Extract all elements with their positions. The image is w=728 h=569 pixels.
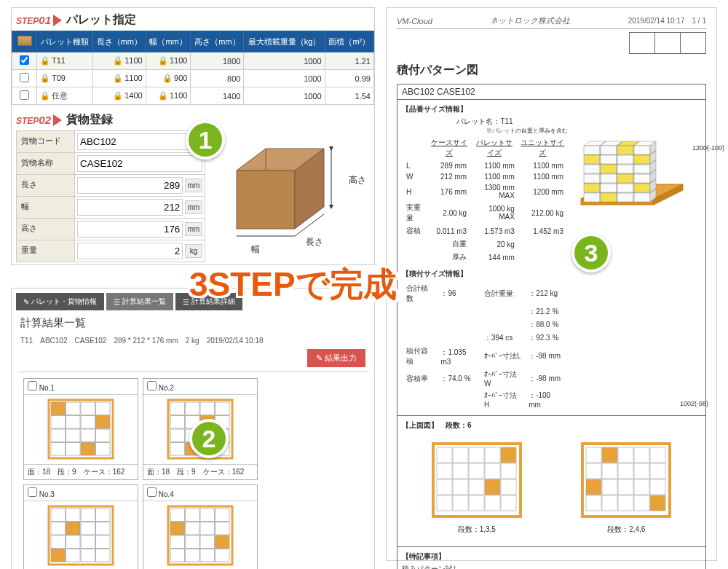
svg-rect-43: [51, 509, 66, 522]
result-checkbox[interactable]: [147, 381, 157, 391]
doc-app: VM-Cloud: [397, 17, 432, 25]
output-button[interactable]: ✎ 結果出力: [307, 349, 365, 367]
cargo-form: 貨物コード 貨物名称 長さmm 幅mm 高さmm 重量kg: [16, 130, 205, 262]
svg-rect-217: [586, 479, 601, 495]
svg-rect-135: [634, 184, 650, 192]
topview-1-label: 段数：1,3,5: [430, 525, 524, 535]
svg-rect-159: [634, 165, 650, 173]
pallet-checkbox[interactable]: [20, 55, 29, 65]
result-card[interactable]: No.1 面：18 段：9 ケース：162: [23, 378, 138, 480]
load-table: 合計積数：96合計重量：212 kg：21.2 %：88.0 %：394 cs：…: [402, 281, 568, 411]
svg-rect-222: [586, 495, 601, 511]
svg-rect-197: [453, 479, 468, 495]
svg-rect-54: [96, 535, 111, 549]
doc-stamp-boxes: [630, 32, 706, 54]
pallet-checkbox[interactable]: [20, 73, 29, 82]
svg-rect-123: [634, 193, 650, 202]
svg-rect-180: [617, 146, 633, 154]
col-width: 幅（mm）: [146, 31, 191, 52]
svg-rect-212: [586, 463, 601, 479]
step-badge-1: 1: [186, 120, 225, 160]
result-header: No.4: [143, 485, 257, 501]
svg-rect-171: [634, 155, 650, 164]
tab-result-list[interactable]: ☰計算結果一覧: [106, 293, 173, 310]
svg-rect-55: [51, 549, 66, 562]
svg-rect-50: [96, 522, 111, 535]
svg-rect-174: [584, 146, 600, 154]
pallet-row[interactable]: 🔒任意 🔒1400🔒1100 140010001.54: [12, 87, 374, 105]
svg-rect-51: [51, 535, 66, 549]
pallet-checkbox[interactable]: [20, 90, 29, 100]
svg-marker-1: [237, 170, 295, 229]
svg-rect-73: [186, 549, 200, 562]
svg-rect-65: [186, 522, 200, 535]
cargo-width-input[interactable]: [77, 199, 183, 216]
cargo-code-input[interactable]: [77, 133, 202, 150]
cargo-length-input[interactable]: [77, 177, 183, 194]
lock-icon: 🔒: [40, 91, 50, 100]
svg-rect-200: [501, 479, 516, 495]
svg-rect-10: [66, 402, 81, 415]
svg-rect-18: [66, 429, 81, 442]
result-card[interactable]: No.4 面：18 段：9 ケース：162: [143, 484, 258, 569]
svg-rect-13: [51, 416, 66, 429]
svg-rect-177: [601, 146, 617, 154]
result-header: No.2: [143, 379, 257, 395]
svg-rect-199: [485, 479, 500, 495]
svg-rect-114: [584, 193, 600, 202]
tab-pallet-info[interactable]: ✎パレット・貨物情報: [16, 293, 104, 310]
svg-rect-209: [618, 447, 633, 463]
cargo-height-label: 高さ: [17, 219, 75, 240]
pallet-table: パレット種類 長さ（mm） 幅（mm） 高さ（mm） 最大積載重量（kg） 面積…: [12, 31, 374, 105]
step1-title: パレット指定: [66, 12, 136, 28]
col-height: 高さ（mm）: [191, 31, 244, 52]
svg-rect-60: [170, 509, 185, 522]
svg-rect-30: [170, 416, 185, 429]
svg-rect-53: [81, 535, 95, 549]
svg-rect-226: [650, 495, 665, 511]
svg-rect-195: [501, 463, 516, 479]
pallet-row[interactable]: 🔒T11 🔒1100🔒1100 180010001.21: [12, 52, 374, 70]
doc-title: 積付パターン図: [397, 63, 706, 78]
unit-kg: kg: [185, 244, 202, 258]
svg-rect-46: [96, 509, 111, 522]
svg-rect-14: [66, 416, 81, 429]
pallet-row[interactable]: 🔒T09 🔒1100🔒900 80010000.99: [12, 70, 374, 87]
svg-rect-21: [51, 443, 66, 456]
result-info: 面：18 段：9 ケース：162: [143, 464, 257, 479]
svg-rect-213: [602, 463, 617, 479]
box-3d-icon: [211, 130, 349, 254]
step2-title: 貨物登録: [66, 112, 113, 127]
result-card[interactable]: No.3 面：18 段：9 ケース：162: [23, 484, 138, 569]
svg-rect-120: [617, 193, 633, 202]
cargo-weight-input[interactable]: [77, 243, 183, 259]
step-badge-2: 2: [189, 419, 229, 458]
svg-rect-144: [617, 174, 633, 183]
svg-rect-72: [170, 549, 185, 562]
svg-rect-183: [634, 146, 650, 154]
svg-rect-201: [437, 495, 452, 511]
cargo-height-input[interactable]: [77, 221, 183, 238]
result-checkbox[interactable]: [147, 487, 157, 497]
svg-rect-193: [469, 463, 484, 479]
doc-timestamp: 2019/02/14 10:17: [628, 17, 685, 25]
step2-badge: STEP02: [16, 114, 51, 126]
svg-rect-62: [200, 509, 215, 522]
svg-rect-220: [634, 479, 649, 495]
svg-rect-153: [601, 165, 617, 173]
svg-rect-132: [617, 184, 633, 192]
unit-mm: mm: [185, 178, 202, 192]
lock-icon: 🔒: [40, 56, 50, 65]
svg-rect-68: [170, 535, 185, 549]
doc-case: ABC102 CASE102: [397, 84, 706, 99]
svg-rect-17: [51, 429, 66, 442]
svg-rect-225: [634, 495, 649, 511]
svg-rect-219: [618, 479, 633, 495]
cargo-name-input[interactable]: [77, 155, 202, 172]
palname-value: T11: [500, 117, 513, 125]
result-checkbox[interactable]: [28, 381, 37, 391]
svg-rect-207: [586, 447, 601, 463]
result-info: 面：18 段：9 ケース：162: [24, 464, 138, 479]
result-checkbox[interactable]: [28, 487, 37, 497]
result-header: No.3: [24, 485, 138, 501]
